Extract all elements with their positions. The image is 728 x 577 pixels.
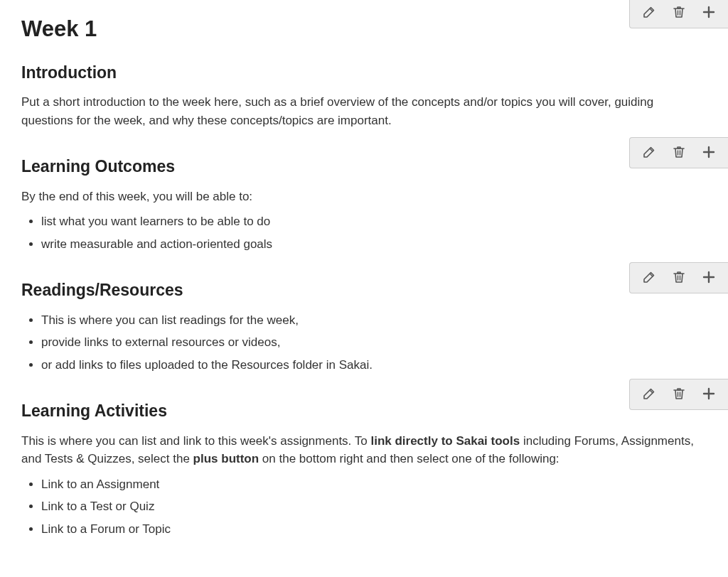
edit-button[interactable] xyxy=(634,267,664,288)
section-heading-readings: Readings/Resources xyxy=(21,278,707,303)
trash-icon xyxy=(672,5,686,21)
list-item: Link to an Assignment xyxy=(41,475,707,494)
delete-button[interactable] xyxy=(664,142,694,163)
list-item: This is where you can list readings for … xyxy=(41,311,707,330)
bold-text: link directly to Sakai tools xyxy=(370,434,520,448)
add-button[interactable] xyxy=(694,267,724,288)
plus-icon xyxy=(702,145,716,161)
edit-icon xyxy=(642,145,656,161)
list-item: or add links to files uploaded to the Re… xyxy=(41,356,707,374)
trash-icon xyxy=(672,145,686,161)
activities-list: Link to an Assignment Link to a Test or … xyxy=(21,475,707,539)
section-toolbar xyxy=(629,0,728,28)
section-readings: Readings/Resources This is where you can… xyxy=(21,278,707,374)
trash-icon xyxy=(672,270,686,286)
list-item: Link to a Test or Quiz xyxy=(41,497,707,516)
add-button[interactable] xyxy=(694,142,724,163)
list-item: Link to a Forum or Topic xyxy=(41,520,707,539)
section-toolbar xyxy=(629,379,728,410)
outcomes-intro: By the end of this week, you will be abl… xyxy=(21,188,707,206)
edit-icon xyxy=(642,270,656,286)
edit-button[interactable] xyxy=(634,2,664,23)
list-item: list what you want learners to be able t… xyxy=(41,212,707,231)
text-span: on the bottom right and then select one … xyxy=(259,452,559,465)
section-learning-activities: Learning Activities This is where you ca… xyxy=(21,399,707,538)
section-learning-outcomes: Learning Outcomes By the end of this wee… xyxy=(21,154,707,253)
section-introduction: Week 1 Introduction Put a short introduc… xyxy=(21,13,707,129)
add-button[interactable] xyxy=(694,384,724,405)
text-span: This is where you can list and link to t… xyxy=(21,434,370,448)
section-toolbar xyxy=(629,262,728,293)
readings-list: This is where you can list readings for … xyxy=(21,311,707,374)
section-toolbar xyxy=(629,137,728,168)
add-button[interactable] xyxy=(694,2,724,23)
edit-button[interactable] xyxy=(634,142,664,163)
plus-icon xyxy=(702,387,716,403)
delete-button[interactable] xyxy=(664,2,694,23)
activities-intro: This is where you can list and link to t… xyxy=(21,432,707,468)
edit-icon xyxy=(642,5,656,21)
outcomes-list: list what you want learners to be able t… xyxy=(21,212,707,253)
introduction-body: Put a short introduction to the week her… xyxy=(21,93,707,129)
plus-icon xyxy=(702,270,716,286)
section-heading-activities: Learning Activities xyxy=(21,399,707,424)
page-title: Week 1 xyxy=(21,13,707,46)
list-item: provide links to external resources or v… xyxy=(41,333,707,352)
edit-button[interactable] xyxy=(634,384,664,405)
list-item: write measurable and action-oriented goa… xyxy=(41,235,707,254)
plus-icon xyxy=(702,5,716,21)
delete-button[interactable] xyxy=(664,384,694,405)
edit-icon xyxy=(642,387,656,403)
trash-icon xyxy=(672,387,686,403)
section-heading-outcomes: Learning Outcomes xyxy=(21,154,707,179)
delete-button[interactable] xyxy=(664,267,694,288)
section-heading-introduction: Introduction xyxy=(21,60,707,85)
bold-text: plus button xyxy=(193,452,259,465)
